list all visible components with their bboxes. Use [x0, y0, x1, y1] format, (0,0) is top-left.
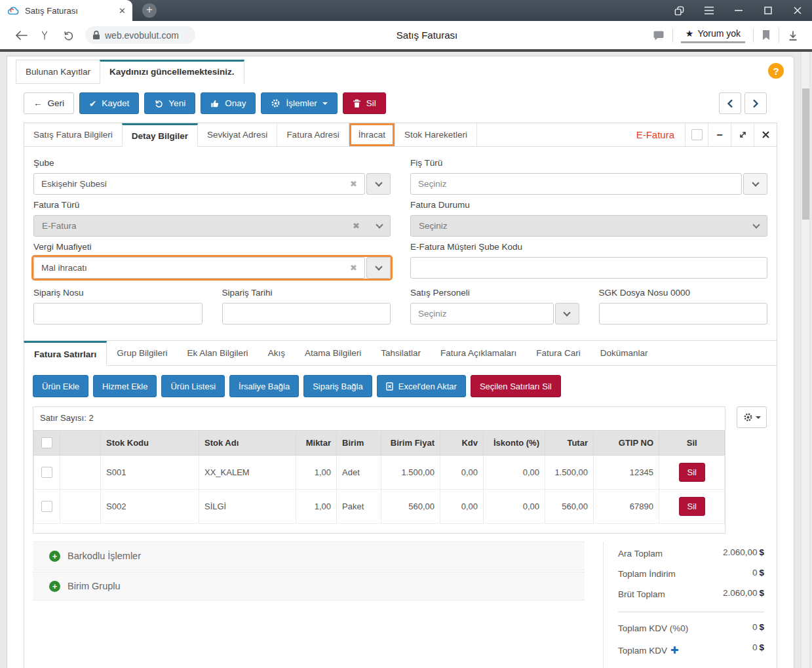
column-header-gtip[interactable]: GTIP NO: [594, 431, 659, 456]
tab-found-records[interactable]: Bulunan Kayıtlar: [16, 60, 100, 84]
column-header-iskonto[interactable]: İskonto (%): [484, 431, 545, 456]
refresh-button[interactable]: [56, 29, 80, 41]
approve-button[interactable]: Onay: [201, 92, 256, 114]
tab-akis[interactable]: Akış: [258, 341, 295, 365]
widget-select-checkbox[interactable]: [685, 123, 708, 146]
tab-ihracat[interactable]: İhracat: [349, 123, 395, 146]
widget-close-icon[interactable]: [754, 123, 777, 146]
row-delete-button[interactable]: Sil: [679, 463, 705, 482]
column-header-sil[interactable]: Sil: [659, 431, 725, 456]
column-header-kdv[interactable]: Kdv: [440, 431, 484, 456]
bookmark-icon[interactable]: [762, 29, 771, 41]
clear-icon[interactable]: ✖: [350, 263, 357, 273]
download-icon[interactable]: [787, 29, 799, 41]
siparis-tarihi-label: Sipariş Tarihi: [222, 287, 391, 298]
page-scrollbar[interactable]: [801, 52, 810, 668]
accordion-birim-gruplu[interactable]: + Birim Gruplu: [33, 572, 585, 600]
back-record-button[interactable]: ← Geri: [24, 92, 74, 114]
satis-personeli-input[interactable]: Seçiniz: [410, 303, 554, 324]
prev-record-button[interactable]: [719, 92, 741, 114]
window-maximize-button[interactable]: [753, 0, 783, 21]
tab-dokumanlar[interactable]: Dokümanlar: [590, 341, 658, 365]
browser-menu-icon[interactable]: [694, 0, 724, 21]
browser-tab[interactable]: Satış Faturası ✕: [0, 0, 132, 21]
comment-icon[interactable]: [653, 29, 665, 41]
column-header-birim[interactable]: Birim: [337, 431, 381, 456]
cell-birim-fiyat: 1.500,00: [381, 456, 440, 490]
new-button[interactable]: Yeni: [144, 92, 195, 114]
link-dispatch-button[interactable]: İrsaliye Bağla: [229, 375, 299, 397]
siparis-tarihi-input[interactable]: [222, 303, 391, 324]
help-button[interactable]: ?: [768, 63, 784, 79]
cell-stok-adi: SİLGİ: [199, 490, 296, 524]
next-record-button[interactable]: [744, 92, 767, 114]
new-tab-button[interactable]: +: [142, 3, 157, 18]
column-header-birim-fiyat[interactable]: Birim Fiyat: [381, 431, 440, 456]
efatura-sube-kodu-input[interactable]: [410, 257, 767, 279]
add-kdv-icon[interactable]: ✚: [670, 644, 679, 656]
sube-dropdown-button[interactable]: [366, 173, 391, 195]
scrollbar-thumb[interactable]: [802, 88, 809, 220]
operations-button[interactable]: İşlemler: [261, 92, 337, 114]
tab-satis-fatura-bilgileri[interactable]: Satış Fatura Bilgileri: [24, 123, 123, 146]
widget-minimize-icon[interactable]: −: [708, 123, 731, 146]
total-row-toplam-kdv-0: Toplam KDV (%0) 0$: [618, 619, 764, 639]
tab-detay-bilgiler[interactable]: Detay Bilgiler: [122, 123, 198, 147]
widget-expand-icon[interactable]: [731, 123, 754, 146]
vergi-muafiyeti-dropdown-button[interactable]: [366, 257, 391, 279]
cell-birim: Adet: [337, 456, 381, 490]
comment-status-button[interactable]: ★ Yorum yok: [681, 27, 745, 43]
row-delete-button[interactable]: Sil: [679, 497, 705, 516]
delete-button[interactable]: Sil: [343, 92, 386, 114]
add-service-button[interactable]: Hizmet Ekle: [93, 375, 157, 397]
fatura-durumu-select[interactable]: Seçiniz: [410, 215, 767, 237]
url-text: web.evobulut.com: [105, 30, 179, 41]
separator: [672, 28, 673, 43]
row-checkbox[interactable]: [41, 501, 52, 512]
satis-personeli-dropdown-button[interactable]: [555, 303, 579, 324]
tab-atama-bilgileri[interactable]: Atama Bilgileri: [295, 341, 371, 365]
column-header-tutar[interactable]: Tutar: [545, 431, 594, 456]
back-button[interactable]: [9, 30, 33, 41]
link-order-button[interactable]: Sipariş Bağla: [303, 375, 372, 397]
save-button[interactable]: ✔ Kaydet: [79, 92, 139, 114]
tab-close-icon[interactable]: ✕: [119, 6, 126, 16]
main-panel: Bulunan Kayıtlar Kaydınızı güncellemekte…: [7, 56, 794, 668]
tab-fatura-aciklamalari[interactable]: Fatura Açıklamaları: [431, 341, 526, 365]
column-header-stok-adi[interactable]: Stok Adı: [199, 431, 296, 456]
tab-tahsilatlar[interactable]: Tahsilatlar: [371, 341, 431, 365]
sube-input[interactable]: Eskişehir Şubesi ✖: [33, 173, 365, 195]
column-header-stok-kodu[interactable]: Stok Kodu: [101, 431, 199, 456]
forward-button[interactable]: [33, 29, 56, 41]
tab-fatura-adresi[interactable]: Fatura Adresi: [277, 123, 349, 146]
address-bar[interactable]: web.evobulut.com: [85, 26, 195, 44]
tab-overview-icon[interactable]: [665, 0, 694, 21]
fis-turu-dropdown-button[interactable]: [743, 173, 767, 195]
cell-stok-kodu: S001: [101, 456, 199, 490]
column-header-miktar[interactable]: Miktar: [296, 431, 337, 456]
excel-import-button[interactable]: Excel'den Aktar: [377, 375, 466, 397]
clear-icon[interactable]: ✖: [353, 221, 360, 231]
tab-sevkiyat-adresi[interactable]: Sevkiyat Adresi: [198, 123, 277, 146]
delete-selected-rows-button[interactable]: Seçilen Satırları Sil: [471, 375, 561, 397]
row-checkbox[interactable]: [41, 467, 52, 478]
tab-stok-hareketleri[interactable]: Stok Hareketleri: [395, 123, 477, 146]
grid-settings-button[interactable]: [737, 406, 767, 428]
tab-grup-bilgileri[interactable]: Grup Bilgileri: [107, 341, 177, 365]
fatura-turu-select[interactable]: E-Fatura ✖: [33, 215, 391, 237]
tab-ek-alan-bilgileri[interactable]: Ek Alan Bilgileri: [178, 341, 258, 365]
siparis-nosu-input[interactable]: [33, 303, 203, 324]
fis-turu-input[interactable]: Seçiniz: [410, 173, 742, 195]
clear-icon[interactable]: ✖: [350, 179, 357, 189]
sgk-dosya-nosu-input[interactable]: [599, 303, 768, 324]
add-product-button[interactable]: Ürün Ekle: [33, 375, 88, 397]
accordion-barkodlu-islemler[interactable]: + Barkodlu İşlemler: [33, 541, 585, 570]
tab-fatura-cari[interactable]: Fatura Cari: [526, 341, 590, 365]
vergi-muafiyeti-input[interactable]: Mal ihracatı ✖: [33, 257, 365, 279]
select-all-checkbox[interactable]: [41, 437, 52, 448]
product-list-button[interactable]: Ürün Listesi: [161, 375, 225, 397]
tab-updating-record[interactable]: Kaydınızı güncellemektesiniz.: [100, 60, 244, 84]
tab-fatura-satirlari[interactable]: Fatura Satırları: [24, 341, 107, 366]
window-close-button[interactable]: [783, 0, 812, 21]
window-minimize-button[interactable]: [724, 0, 753, 21]
